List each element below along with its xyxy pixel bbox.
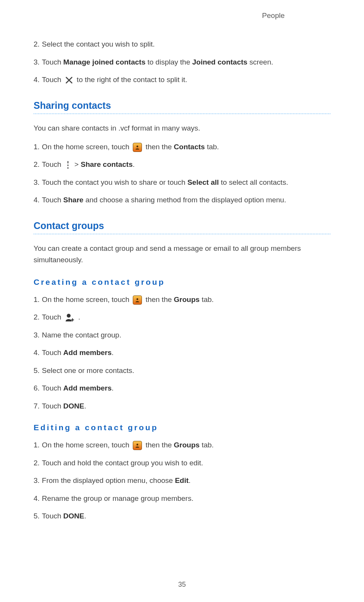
- step-bold: DONE: [63, 512, 84, 520]
- step-text: tab.: [200, 295, 214, 303]
- step-text: to the right of the contact to split it.: [75, 76, 187, 84]
- step-bold: Groups: [174, 295, 200, 303]
- step-number: 1.: [34, 294, 40, 305]
- step-item: 3.Touch the contact you wish to share or…: [34, 177, 330, 188]
- step-bold: Select all: [187, 178, 219, 186]
- svg-point-1: [137, 298, 139, 300]
- section-separator: [34, 113, 330, 114]
- contacts-app-icon: [133, 441, 142, 450]
- step-text: Touch: [42, 313, 63, 321]
- step-text: then the: [143, 143, 174, 151]
- step-text: Touch: [42, 58, 63, 66]
- step-text: .: [188, 476, 190, 484]
- step-number: 2.: [34, 312, 40, 323]
- step-number: 3.: [34, 330, 40, 341]
- step-text: tab.: [205, 143, 219, 151]
- step-body: Touch to the right of the contact to spl…: [42, 74, 187, 86]
- step-body: Touch .: [42, 312, 81, 323]
- contacts-app-icon: [133, 295, 142, 305]
- step-bold: Add members: [63, 384, 112, 392]
- step-text: On the home screen, touch: [42, 441, 131, 449]
- step-item: 1.On the home screen, touch then the Gro…: [34, 440, 330, 451]
- step-text: .: [76, 313, 81, 321]
- step-text: On the home screen, touch: [42, 143, 131, 151]
- step-body: Touch Add members.: [42, 347, 114, 358]
- step-item: 3.From the displayed option menu, choose…: [34, 475, 330, 486]
- step-text: and choose a sharing method from the dis…: [84, 196, 286, 204]
- svg-point-2: [67, 314, 71, 318]
- step-bold: DONE: [63, 402, 84, 410]
- step-text: .: [133, 160, 135, 168]
- step-bold: Manage joined contacts: [63, 58, 145, 66]
- step-body: Touch and hold the contact group you wis…: [42, 458, 203, 469]
- step-text: Touch: [42, 384, 63, 392]
- step-text: .: [84, 512, 86, 520]
- step-text: Touch: [42, 76, 63, 84]
- step-number: 7.: [34, 401, 40, 412]
- step-bold: Add members: [63, 349, 112, 357]
- sharing-intro: You can share contacts in .vcf format in…: [34, 123, 330, 134]
- step-text: then the: [143, 295, 174, 303]
- step-body: Touch Manage joined contacts to display …: [42, 57, 273, 68]
- step-body: Select the contact you wish to split.: [42, 39, 155, 50]
- subsection-creating: Creating a contact group: [34, 278, 330, 287]
- step-text: On the home screen, touch: [42, 295, 131, 303]
- step-item: 2.Touch .: [34, 312, 330, 323]
- step-text: Touch: [42, 402, 63, 410]
- step-text: >: [72, 160, 81, 168]
- step-number: 2.: [34, 39, 40, 50]
- step-body: On the home screen, touch then the Group…: [42, 294, 214, 305]
- step-body: On the home screen, touch then the Group…: [42, 440, 214, 451]
- step-item: 3.Name the contact group.: [34, 330, 330, 341]
- step-bold: Groups: [174, 441, 200, 449]
- step-number: 4.: [34, 195, 40, 206]
- step-body: Touch the contact you wish to share or t…: [42, 177, 288, 188]
- step-text: to display the: [145, 58, 192, 66]
- step-text: .: [84, 402, 86, 410]
- step-item: 3.Touch Manage joined contacts to displa…: [34, 57, 330, 68]
- step-bold: Contacts: [174, 143, 205, 151]
- step-number: 4.: [34, 74, 40, 86]
- step-item: 2.Select the contact you wish to split.: [34, 39, 330, 50]
- step-item: 5.Select one or more contacts.: [34, 365, 330, 376]
- step-bold: Joined contacts: [192, 58, 248, 66]
- step-text: Rename the group or manage group members…: [42, 494, 193, 502]
- add-group-icon: [65, 313, 75, 322]
- step-item: 4.Touch Add members.: [34, 347, 330, 358]
- page-number: 35: [0, 581, 364, 589]
- step-body: Rename the group or manage group members…: [42, 493, 193, 504]
- step-item: 4.Rename the group or manage group membe…: [34, 493, 330, 504]
- step-text: Touch and hold the contact group you wis…: [42, 459, 203, 467]
- step-number: 6.: [34, 383, 40, 394]
- step-number: 3.: [34, 475, 40, 486]
- step-number: 1.: [34, 440, 40, 451]
- subsection-editing: Editing a contact group: [34, 423, 330, 432]
- step-text: then the: [143, 441, 174, 449]
- svg-point-0: [137, 145, 139, 147]
- sharing-steps: 1.On the home screen, touch then the Con…: [34, 142, 330, 206]
- contacts-app-icon: [133, 143, 142, 152]
- step-bold: Share: [63, 196, 84, 204]
- step-number: 2.: [34, 159, 40, 170]
- step-item: 7.Touch DONE.: [34, 401, 330, 412]
- step-number: 4.: [34, 493, 40, 504]
- svg-point-3: [137, 444, 139, 445]
- running-header-text: People: [262, 11, 285, 19]
- section-title-groups: Contact groups: [34, 220, 330, 231]
- step-body: Touch DONE.: [42, 511, 86, 522]
- step-number: 1.: [34, 142, 40, 153]
- step-item: 4.Touch to the right of the contact to s…: [34, 74, 330, 86]
- groups-intro: You can create a contact group and send …: [34, 243, 330, 266]
- step-number: 5.: [34, 365, 40, 376]
- step-number: 5.: [34, 511, 40, 522]
- step-text: .: [112, 349, 114, 357]
- step-body: Touch Share and choose a sharing method …: [42, 195, 286, 206]
- step-body: Touch DONE.: [42, 401, 86, 412]
- step-text: Select the contact you wish to split.: [42, 40, 155, 48]
- step-text: Touch the contact you wish to share or t…: [42, 178, 187, 186]
- step-text: tab.: [200, 441, 214, 449]
- step-item: 1.On the home screen, touch then the Con…: [34, 142, 330, 153]
- step-item: 2.Touch and hold the contact group you w…: [34, 458, 330, 469]
- step-text: Touch: [42, 196, 63, 204]
- step-item: 4.Touch Share and choose a sharing metho…: [34, 195, 330, 206]
